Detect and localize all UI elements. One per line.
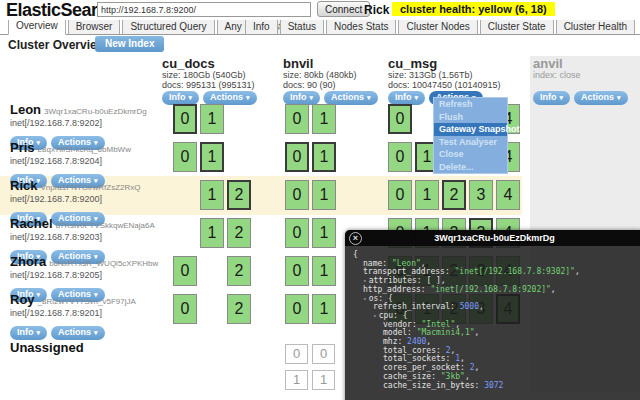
json-key: attributes: xyxy=(369,276,427,285)
connect-button[interactable]: Connect xyxy=(317,1,370,17)
shard-cu_msg-0[interactable]: 0 xyxy=(388,142,412,172)
json-line: http_address: "inet[/192.168.7.8:9202]", xyxy=(353,286,640,295)
shard-cu_docs-0[interactable]: 0 xyxy=(173,294,197,324)
panel-json-body: {name: "Leon",transport_address: "inet[/… xyxy=(345,246,640,390)
unassigned-shard-bnvil-0[interactable]: 0 xyxy=(312,344,335,364)
collapse-triangle-icon[interactable]: ▾ xyxy=(363,277,367,284)
tab-nodes-stats[interactable]: Nodes Stats xyxy=(326,18,396,35)
index-info-button-label: Info xyxy=(540,92,557,102)
json-key: transport_address: xyxy=(363,267,455,276)
shard-bnvil-1[interactable]: 1 xyxy=(312,256,336,286)
shard-cu_msg-0[interactable]: 0 xyxy=(388,104,412,134)
menu-item-refresh[interactable]: Refresh xyxy=(434,98,507,111)
tab-status[interactable]: Status xyxy=(280,18,324,35)
unassigned-shard-bnvil-1[interactable]: 1 xyxy=(312,370,335,390)
shard-cu_msg-0[interactable]: 0 xyxy=(388,180,412,210)
collapse-triangle-icon[interactable]: ▾ xyxy=(373,312,377,319)
tab-info[interactable]: Info xyxy=(245,18,278,35)
page-title: Cluster Overview xyxy=(8,38,106,52)
shard-bnvil-1[interactable]: 1 xyxy=(312,294,336,324)
menu-item-test-analyser[interactable]: Test Analyser xyxy=(434,136,507,149)
index-actions-button[interactable]: Actions▾ xyxy=(574,91,628,105)
chevron-down-icon: ▾ xyxy=(415,94,419,101)
chevron-down-icon: ▾ xyxy=(37,329,41,336)
node-title-line: Leon3Wqr1xaCRu-b0uEzDkmrDg xyxy=(10,100,178,118)
url-input[interactable] xyxy=(97,2,311,17)
shard-cu_msg-2[interactable]: 2 xyxy=(442,180,466,210)
collapse-triangle-icon[interactable]: ▾ xyxy=(363,295,367,302)
shard-bnvil-1[interactable]: 1 xyxy=(312,218,336,248)
shard-cu_docs-1[interactable]: 1 xyxy=(200,104,224,134)
unassigned-shard-bnvil-0[interactable]: 0 xyxy=(285,344,308,364)
shard-cu_docs-0[interactable]: 0 xyxy=(173,104,197,134)
shard-cu_docs-0[interactable]: 0 xyxy=(173,142,197,172)
json-str: "inet[/192.168.7.8:9302]" xyxy=(455,267,575,276)
shard-cu_docs-2[interactable]: 2 xyxy=(227,180,251,210)
tab-structured-query[interactable]: Structured Query xyxy=(122,18,214,35)
node-buttons: Info▾Actions▾ xyxy=(10,321,178,340)
index-header-cu-docs: cu_docssize: 180Gb (540Gb)docs: 995131 (… xyxy=(162,57,280,90)
shard-bnvil-0[interactable]: 0 xyxy=(285,180,309,210)
tab-cluster-state[interactable]: Cluster State xyxy=(480,18,554,35)
json-key: vendor: xyxy=(383,320,422,329)
index-info-button[interactable]: Info▾ xyxy=(533,91,570,105)
close-icon: × xyxy=(353,233,358,243)
shard-bnvil-0[interactable]: 0 xyxy=(285,142,309,172)
unassigned-shard-bnvil-1[interactable]: 1 xyxy=(285,370,308,390)
shard-bnvil-0[interactable]: 0 xyxy=(285,256,309,286)
index-actions-button[interactable]: Actions▾ xyxy=(324,91,378,105)
shard-bnvil-1[interactable]: 1 xyxy=(312,104,336,134)
tab-bar: OverviewBrowserStructured QueryAny Reque… xyxy=(0,19,640,35)
node-id: 87KsIv0FTVSkkqwENaja6A xyxy=(56,221,155,230)
shard-cu_docs-2[interactable]: 2 xyxy=(227,256,251,286)
tab-cluster-nodes[interactable]: Cluster Nodes xyxy=(398,18,477,35)
index-name: cu_msg xyxy=(388,57,506,70)
node-name: Leon xyxy=(10,102,41,117)
panel-close-button[interactable]: × xyxy=(349,232,362,245)
menu-item-flush[interactable]: Flush xyxy=(434,111,507,124)
shard-cu_docs-1[interactable]: 1 xyxy=(200,142,224,172)
cluster-health-badge: cluster health: yellow (6, 18) xyxy=(392,2,555,16)
menu-item-close[interactable]: Close xyxy=(434,148,507,161)
index-actions-button[interactable]: Actions▾ xyxy=(203,91,257,105)
index-size: size: 180Gb (540Gb) xyxy=(162,70,280,80)
index-info-button-label: Info xyxy=(395,92,412,102)
json-key: mhz: xyxy=(383,337,407,346)
chevron-down-icon: ▾ xyxy=(367,94,371,101)
panel-title-bar[interactable]: × 3Wqr1xaCRu-b0uEzDkmrDg xyxy=(345,230,640,246)
tab-cluster-health[interactable]: Cluster Health xyxy=(556,18,635,35)
node-info-button-label: Info xyxy=(17,327,34,337)
shard-cu_msg-1[interactable]: 1 xyxy=(415,180,439,210)
json-num: 3072 xyxy=(484,381,503,390)
shard-cu_docs-0[interactable]: 0 xyxy=(173,256,197,286)
node-inet-address: inet[/192.168.7.8:9205] xyxy=(10,270,178,281)
json-str: "Intel" xyxy=(422,320,456,329)
shard-cu_msg-4[interactable]: 4 xyxy=(496,180,520,210)
menu-item-gateway-snapshot[interactable]: Gateway Snapshot xyxy=(434,123,507,136)
node-actions-button[interactable]: Actions▾ xyxy=(51,326,105,340)
shard-bnvil-0[interactable]: 0 xyxy=(285,294,309,324)
index-info-button[interactable]: Info▾ xyxy=(283,91,320,105)
index-size: size: 313Gb (1.56Tb) xyxy=(388,70,506,80)
shard-cu_docs-2[interactable]: 2 xyxy=(227,294,251,324)
shard-bnvil-1[interactable]: 1 xyxy=(312,142,336,172)
json-punc: , xyxy=(575,267,580,276)
shard-bnvil-1[interactable]: 1 xyxy=(312,180,336,210)
new-index-button[interactable]: New Index xyxy=(95,36,164,52)
menu-item-delete[interactable]: Delete... xyxy=(434,161,507,174)
json-punc: , xyxy=(475,363,480,372)
index-info-button-label: Info xyxy=(290,92,307,102)
shard-cu_docs-1[interactable]: 1 xyxy=(200,218,224,248)
shard-cu_docs-1[interactable]: 1 xyxy=(200,180,224,210)
json-str: "3kb" xyxy=(441,372,465,381)
json-str: "inet[/192.168.7.8:9202]" xyxy=(430,285,550,294)
shard-bnvil-0[interactable]: 0 xyxy=(285,104,309,134)
json-punc: , xyxy=(551,285,556,294)
shard-cu_msg-3[interactable]: 3 xyxy=(469,180,493,210)
node-info-button[interactable]: Info▾ xyxy=(10,326,47,340)
index-info-button[interactable]: Info▾ xyxy=(388,91,425,105)
node-inet-address: inet[/192.168.7.8:9202] xyxy=(10,118,178,129)
shard-bnvil-0[interactable]: 0 xyxy=(285,218,309,248)
json-punc: { xyxy=(388,294,393,303)
shard-cu_docs-2[interactable]: 2 xyxy=(227,218,251,248)
